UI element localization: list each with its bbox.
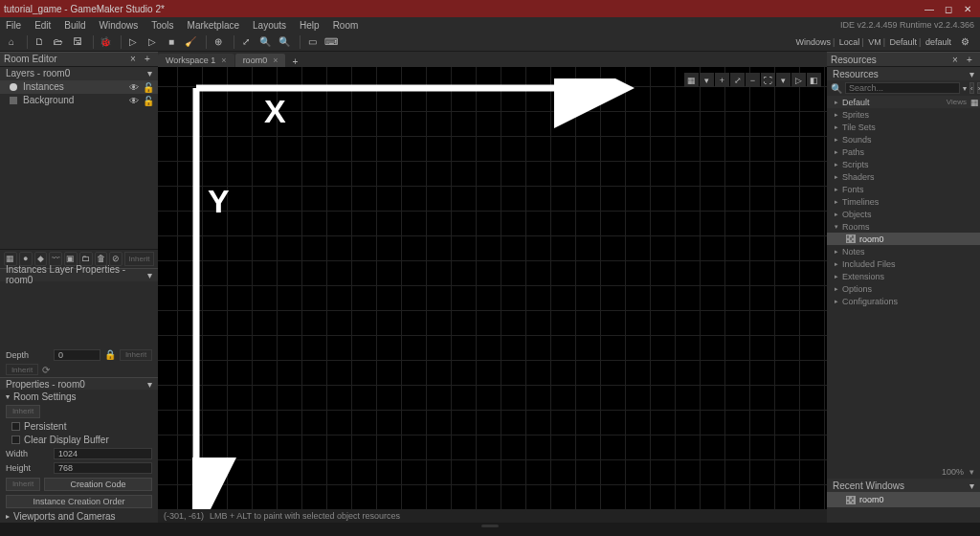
create-exe-icon[interactable]: ⊕	[211, 34, 226, 50]
minimize-button[interactable]: —	[921, 2, 938, 15]
layer-view-icon[interactable]: ◧	[807, 73, 821, 87]
bottom-grip[interactable]	[0, 523, 980, 528]
close-button[interactable]: ✕	[959, 2, 976, 15]
checkbox-icon[interactable]	[11, 436, 20, 444]
docs-icon[interactable]: ▭	[304, 34, 320, 50]
fullscreen-icon[interactable]: ⛶	[761, 73, 775, 87]
search-prev-button[interactable]: ‹	[969, 82, 974, 94]
tree-paths[interactable]: Paths	[827, 145, 980, 158]
run-icon[interactable]: ▷	[125, 34, 141, 50]
menu-marketplace[interactable]: Marketplace	[188, 20, 239, 31]
room-settings-row[interactable]: ▾Room Settings	[0, 390, 158, 403]
layer-background[interactable]: Background 👁 🔓	[0, 94, 158, 107]
recent-windows-header[interactable]: Recent Windows ▾	[827, 479, 980, 492]
tab-workspace1[interactable]: Workspace 1 ×	[158, 54, 234, 67]
tree-configurations[interactable]: Configurations	[827, 295, 980, 307]
room-editor-tab[interactable]: Room Editor × +	[0, 52, 158, 67]
menu-file[interactable]: File	[6, 20, 21, 31]
zoom-out-icon[interactable]: 🔍	[277, 34, 292, 50]
tree-rooms[interactable]: Rooms	[827, 220, 980, 233]
instance-layer-props-header[interactable]: Instances Layer Properties - room0 ▾	[0, 268, 158, 281]
menu-windows[interactable]: Windows	[100, 20, 139, 31]
add-tab-icon[interactable]: +	[288, 56, 301, 67]
tree-notes[interactable]: Notes	[827, 245, 980, 257]
resources-header[interactable]: Resources ▾	[827, 67, 980, 80]
tree-scripts[interactable]: Scripts	[827, 158, 980, 170]
persistent-check[interactable]: Persistent	[0, 420, 158, 434]
viewports-row[interactable]: ▸Viewports and Cameras	[0, 510, 158, 524]
target-settings-icon[interactable]: ⚙	[957, 34, 972, 50]
add-tab-icon[interactable]: +	[963, 55, 976, 65]
home-icon[interactable]: ⌂	[4, 34, 19, 50]
save-icon[interactable]: 🖫	[70, 34, 85, 50]
options-icon[interactable]: ▾	[776, 73, 791, 87]
tree-sprites[interactable]: Sprites	[827, 108, 980, 121]
debug-icon[interactable]: 🐞	[98, 34, 113, 50]
close-icon[interactable]: ×	[127, 54, 139, 64]
zoom-reset-icon[interactable]: ⤢	[730, 73, 745, 87]
close-icon[interactable]: ×	[949, 55, 961, 65]
chevron-down-icon[interactable]: ▾	[969, 69, 974, 79]
inherit-button[interactable]: Inherit	[6, 364, 38, 375]
tree-fonts[interactable]: Fonts	[827, 183, 980, 195]
layers-header[interactable]: Layers - room0 ▾	[0, 67, 158, 80]
target-config[interactable]: Windows| Local| VM| Default| default	[795, 37, 951, 47]
inherit-button[interactable]: Inherit	[6, 478, 40, 491]
menu-build[interactable]: Build	[64, 20, 85, 31]
default-view-row[interactable]: Default Views ▦	[827, 96, 980, 108]
instance-creation-order-button[interactable]: Instance Creation Order	[6, 495, 152, 508]
chevron-down-icon[interactable]: ▾	[147, 68, 152, 78]
open-project-icon[interactable]: 🗁	[51, 34, 66, 50]
play-preview-icon[interactable]: ▷	[791, 73, 806, 87]
room-props-header[interactable]: Properties - room0 ▾	[0, 377, 158, 391]
inherit-button[interactable]: Inherit	[120, 349, 152, 361]
zoom-in-icon[interactable]: +	[715, 73, 729, 87]
menu-tools[interactable]: Tools	[151, 20, 173, 31]
menu-edit[interactable]: Edit	[34, 20, 51, 31]
zoom-in-icon[interactable]: 🔍	[257, 34, 273, 50]
resource-search-input[interactable]	[845, 82, 960, 94]
tab-room0[interactable]: room0 ×	[235, 54, 286, 67]
tree-objects[interactable]: Objects	[827, 208, 980, 220]
inherit-button[interactable]: Inherit	[6, 405, 40, 418]
tree-included[interactable]: Included Files	[827, 257, 980, 270]
chevron-down-icon[interactable]: ▾	[147, 270, 152, 280]
close-icon[interactable]: ×	[273, 56, 278, 65]
lock-icon[interactable]: 🔓	[143, 96, 154, 105]
laptop-icon[interactable]: ⌨	[323, 34, 339, 50]
views-grid-icon[interactable]: ▦	[970, 98, 980, 107]
menu-layouts[interactable]: Layouts	[253, 20, 286, 31]
checkbox-icon[interactable]	[11, 422, 20, 431]
tree-extensions[interactable]: Extensions	[827, 270, 980, 282]
tree-tilesets[interactable]: Tile Sets	[827, 121, 980, 133]
creation-code-button[interactable]: Creation Code	[44, 478, 152, 491]
chevron-down-icon[interactable]: ▾	[969, 480, 974, 491]
menu-help[interactable]: Help	[300, 20, 320, 31]
tree-options[interactable]: Options	[827, 282, 980, 295]
maximize-button[interactable]: ◻	[940, 2, 957, 15]
tree-timelines[interactable]: Timelines	[827, 195, 980, 208]
zoom-out-icon[interactable]: −	[746, 73, 760, 87]
tree-room0[interactable]: room0	[827, 233, 980, 245]
chevron-down-icon[interactable]: ▾	[963, 84, 967, 93]
menu-room[interactable]: Room	[333, 20, 359, 31]
resources-tab[interactable]: Resources × +	[827, 52, 980, 67]
new-project-icon[interactable]: 🗋	[32, 34, 47, 50]
visibility-icon[interactable]: 👁	[129, 96, 141, 105]
height-input[interactable]: 768	[54, 462, 152, 474]
close-icon[interactable]: ×	[221, 56, 226, 65]
clean-icon[interactable]: 🧹	[183, 34, 198, 50]
grid-menu-icon[interactable]: ▾	[700, 73, 714, 87]
clear-buffer-check[interactable]: Clear Display Buffer	[0, 434, 158, 447]
depth-input[interactable]: 0	[54, 349, 100, 361]
tree-shaders[interactable]: Shaders	[827, 170, 980, 183]
zoom-reset-icon[interactable]: ⤢	[238, 34, 254, 50]
lock-icon[interactable]: 🔒	[104, 349, 116, 360]
layer-instances[interactable]: Instances 👁 🔓	[0, 80, 158, 94]
recent-room0[interactable]: room0	[827, 492, 980, 507]
stop-icon[interactable]: ■	[164, 34, 179, 50]
width-input[interactable]: 1024	[54, 448, 152, 459]
tree-sounds[interactable]: Sounds	[827, 133, 980, 145]
visibility-icon[interactable]: 👁	[129, 82, 141, 92]
grid-toggle-icon[interactable]: ▦	[684, 73, 699, 87]
